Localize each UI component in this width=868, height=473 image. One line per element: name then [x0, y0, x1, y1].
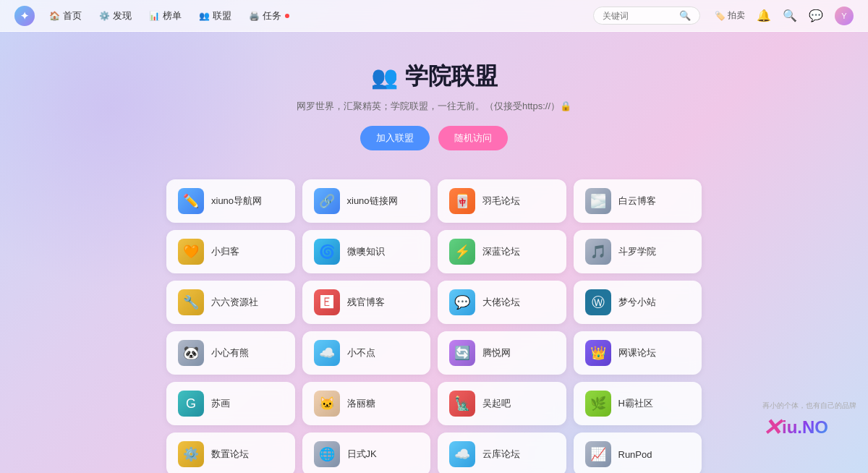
brand-x-icon: ✕ — [762, 414, 782, 441]
search-icon[interactable]: 🔍 — [679, 10, 691, 21]
site-name: xiuno导航网 — [211, 195, 262, 208]
grid-item[interactable]: 🌀微噢知识 — [302, 230, 431, 273]
navbar: ✦ 🏠 首页 ⚙️ 发现 📊 榜单 👥 联盟 🖨️ 任务 🔍 🏷️ — [0, 0, 868, 32]
auction-icon: 🏷️ — [715, 11, 726, 21]
alliance-icon: 👥 — [199, 11, 210, 21]
grid-item[interactable]: ⚙️数置论坛 — [166, 432, 295, 473]
site-name: 数置论坛 — [211, 448, 249, 461]
site-icon: Ⓦ — [585, 289, 611, 315]
site-name: H霸社区 — [618, 397, 653, 410]
grid-item[interactable]: 🔧六六资源社 — [166, 281, 295, 324]
brand-tagline: 再小的个体，也有自己的品牌 — [762, 401, 856, 411]
nav-ranking[interactable]: 📊 榜单 — [149, 9, 182, 22]
nav-discover[interactable]: ⚙️ 发现 — [99, 9, 132, 22]
hero-section: 👥 学院联盟 网罗世界，汇聚精英；学院联盟，一往无前。（仅接受https://）… — [0, 32, 868, 165]
site-name: 云库论坛 — [482, 448, 520, 461]
grid-item[interactable]: 👑网课论坛 — [574, 331, 702, 375]
grid-item[interactable]: ☁️小不点 — [302, 331, 431, 375]
site-icon: ☁️ — [449, 441, 475, 467]
site-icon: 🌐 — [314, 441, 340, 467]
nav-home[interactable]: 🏠 首页 — [49, 9, 82, 22]
grid-item[interactable]: 🌿H霸社区 — [574, 382, 702, 425]
site-name: 斗罗学院 — [618, 245, 656, 258]
random-visit-button[interactable]: 随机访问 — [438, 126, 508, 150]
site-grid: ✏️xiuno导航网🔗xiuno链接网🀄羽毛论坛🌫️白云博客🧡小归客🌀微噢知识⚡… — [109, 165, 760, 473]
grid-item[interactable]: 🔄腾悦网 — [438, 331, 566, 375]
site-icon: 🅴 — [314, 289, 340, 315]
site-name: 苏画 — [211, 397, 230, 410]
site-icon: 💬 — [449, 289, 475, 315]
ranking-icon: 📊 — [149, 11, 160, 21]
grid-item[interactable]: 🌐日式JK — [302, 432, 431, 473]
site-name: 吴起吧 — [482, 397, 511, 410]
join-alliance-button[interactable]: 加入联盟 — [360, 126, 430, 150]
site-icon: 👑 — [585, 340, 611, 366]
site-icon: ⚡ — [449, 239, 475, 265]
site-icon: 🔧 — [178, 289, 204, 315]
hero-icon: 👥 — [371, 64, 398, 90]
avatar[interactable]: Y — [835, 7, 854, 25]
grid-item[interactable]: 💬大佬论坛 — [438, 281, 566, 324]
site-icon: G — [178, 391, 204, 417]
grid-item[interactable]: 🗽吴起吧 — [438, 382, 566, 425]
grid-item[interactable]: 🅴残官博客 — [302, 281, 431, 324]
site-icon: 🎵 — [585, 239, 611, 265]
site-name: 微噢知识 — [347, 245, 385, 258]
nav-search-box[interactable]: 🔍 — [593, 7, 700, 25]
site-name: 日式JK — [347, 448, 377, 461]
site-icon: 🧡 — [178, 239, 204, 265]
tasks-icon: 🖨️ — [249, 11, 260, 21]
site-icon: ✏️ — [178, 188, 204, 214]
nav-links: 🏠 首页 ⚙️ 发现 📊 榜单 👥 联盟 🖨️ 任务 — [49, 9, 579, 22]
auction-button[interactable]: 🏷️ 拍卖 — [715, 9, 745, 22]
grid-item[interactable]: Ⓦ梦兮小站 — [574, 281, 702, 324]
site-name: 小归客 — [211, 245, 239, 258]
brand-watermark: 再小的个体，也有自己的品牌 ✕ iu.NO — [762, 401, 856, 441]
site-name: 白云博客 — [618, 195, 656, 208]
site-icon: 🀄 — [449, 188, 475, 214]
site-name: 小不点 — [347, 346, 375, 359]
site-name: xiuno链接网 — [347, 195, 398, 208]
site-icon: 🗽 — [449, 391, 475, 417]
grid-item[interactable]: 🐱洛丽糖 — [302, 382, 431, 425]
site-name: 羽毛论坛 — [482, 195, 520, 208]
site-name: 洛丽糖 — [347, 397, 375, 410]
home-icon: 🏠 — [49, 11, 60, 21]
hero-buttons: 加入联盟 随机访问 — [0, 126, 868, 150]
notification-button[interactable]: 🔔 — [757, 9, 771, 22]
nav-right: 🏷️ 拍卖 🔔 🔍 💬 Y — [715, 7, 854, 25]
nav-logo: ✦ — [14, 6, 35, 26]
nav-tasks[interactable]: 🖨️ 任务 — [249, 9, 289, 22]
grid-item[interactable]: 📈RunPod — [574, 432, 702, 473]
site-name: 六六资源社 — [211, 296, 258, 309]
grid-item[interactable]: 🎵斗罗学院 — [574, 230, 702, 273]
site-icon: 🔄 — [449, 340, 475, 366]
site-name: 残官博客 — [347, 296, 385, 309]
grid-item[interactable]: ⚡深蓝论坛 — [438, 230, 566, 273]
site-icon: 🌿 — [585, 391, 611, 417]
grid-item[interactable]: 🌫️白云博客 — [574, 179, 702, 223]
message-button[interactable]: 💬 — [809, 9, 823, 22]
grid-item[interactable]: G苏画 — [166, 382, 295, 425]
site-icon: 🐼 — [178, 340, 204, 366]
site-icon: 📈 — [585, 441, 611, 467]
site-icon: ☁️ — [314, 340, 340, 366]
grid-item[interactable]: ☁️云库论坛 — [438, 432, 566, 473]
site-icon: 🌫️ — [585, 188, 611, 214]
grid-item[interactable]: 🔗xiuno链接网 — [302, 179, 431, 223]
search-input[interactable] — [603, 11, 675, 21]
site-name: 腾悦网 — [482, 346, 511, 359]
site-name: 网课论坛 — [618, 346, 656, 359]
tasks-badge — [285, 14, 289, 18]
grid-item[interactable]: 🀄羽毛论坛 — [438, 179, 566, 223]
grid-item[interactable]: ✏️xiuno导航网 — [166, 179, 295, 223]
grid-item[interactable]: 🐼小心有熊 — [166, 331, 295, 375]
nav-alliance[interactable]: 👥 联盟 — [199, 9, 231, 22]
brand-logo: ✕ iu.NO — [762, 414, 856, 441]
site-name: 小心有熊 — [211, 346, 249, 359]
site-icon: 🔗 — [314, 188, 340, 214]
site-icon: 🐱 — [314, 391, 340, 417]
site-name: 大佬论坛 — [482, 296, 520, 309]
grid-item[interactable]: 🧡小归客 — [166, 230, 295, 273]
search-button[interactable]: 🔍 — [783, 9, 797, 22]
